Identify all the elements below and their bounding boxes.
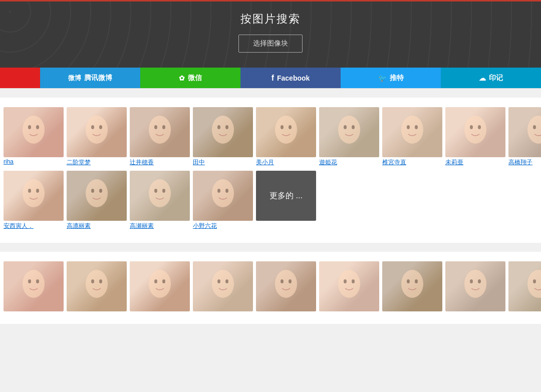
svg-point-62: [478, 279, 481, 283]
svg-point-38: [225, 189, 228, 193]
gallery-item-label[interactable]: 田中: [193, 158, 253, 167]
gallery-item[interactable]: [193, 261, 253, 311]
svg-point-39: [23, 270, 45, 298]
gallery-item-label[interactable]: riha: [4, 158, 64, 165]
wechat-icon: ✿: [179, 74, 185, 82]
gallery-item-label[interactable]: 美小月: [256, 158, 316, 167]
gallery-item-label[interactable]: 遊姫花: [319, 158, 379, 167]
gallery-item[interactable]: 辻井穂香: [130, 107, 190, 167]
svg-point-6: [149, 116, 171, 144]
weibo-label: 腾讯微博: [84, 74, 112, 83]
svg-point-43: [91, 279, 94, 283]
svg-point-30: [86, 179, 108, 207]
gallery-item-label[interactable]: 小野六花: [193, 222, 253, 230]
gallery-item[interactable]: 二阶堂梦: [67, 107, 127, 167]
gallery-item[interactable]: [4, 261, 64, 311]
svg-point-12: [275, 116, 297, 144]
gallery-item[interactable]: 椎宮寺直: [382, 107, 442, 167]
svg-point-15: [338, 116, 360, 144]
gallery-item[interactable]: [508, 261, 541, 311]
svg-point-20: [415, 125, 418, 129]
gallery-section-2: [0, 252, 541, 324]
gallery-item[interactable]: 未莉亜: [445, 107, 505, 167]
svg-point-28: [28, 189, 31, 193]
hatena-icon: ☁: [479, 74, 486, 82]
gallery-item-label[interactable]: 高橋翔子: [508, 158, 541, 167]
svg-point-49: [217, 279, 220, 283]
svg-point-47: [162, 279, 165, 283]
gallery-item[interactable]: [67, 261, 127, 311]
gallery-item[interactable]: 高漉丽素: [67, 171, 127, 230]
svg-point-3: [86, 116, 108, 144]
svg-point-24: [527, 116, 541, 144]
svg-point-41: [36, 279, 39, 283]
hatena-label: 印记: [489, 74, 503, 83]
svg-point-17: [352, 125, 355, 129]
share-hatena[interactable]: ☁ 印记: [441, 68, 541, 88]
svg-point-19: [407, 125, 410, 129]
svg-point-55: [344, 279, 347, 283]
svg-point-32: [99, 189, 102, 193]
svg-point-64: [533, 279, 536, 283]
svg-point-22: [470, 125, 473, 129]
gallery-item[interactable]: 安西寅人．: [4, 171, 64, 230]
gallery-item[interactable]: [130, 261, 190, 311]
gallery-grid-1: riha 二阶堂梦 辻井穂香 田中: [0, 106, 541, 233]
svg-point-35: [162, 189, 165, 193]
svg-point-42: [86, 270, 108, 298]
svg-point-37: [217, 189, 220, 193]
twitter-label: 推特: [390, 74, 404, 83]
svg-point-13: [281, 125, 284, 129]
svg-point-18: [401, 116, 423, 144]
svg-point-2: [36, 125, 39, 129]
gallery-item[interactable]: 遊姫花: [319, 107, 379, 167]
gallery-grid-2: [0, 260, 541, 314]
share-weibo-red[interactable]: [0, 68, 40, 88]
svg-point-57: [401, 270, 423, 298]
gallery-item-label[interactable]: 安西寅人．: [4, 222, 64, 230]
gallery-item-label[interactable]: 二阶堂梦: [67, 158, 127, 167]
share-bar: 微博 腾讯微博 ✿ 微信 f Facebook 🐦 推特 ☁ 印记: [0, 68, 541, 89]
svg-point-60: [464, 270, 486, 298]
svg-point-23: [478, 125, 481, 129]
gallery-item[interactable]: [382, 261, 442, 311]
svg-point-40: [28, 279, 31, 283]
share-wechat[interactable]: ✿ 微信: [140, 68, 240, 88]
gallery-item[interactable]: 美小月: [256, 107, 316, 167]
select-image-button[interactable]: 选择图像块: [238, 35, 303, 53]
gallery-item[interactable]: 田中: [193, 107, 253, 167]
svg-point-46: [154, 279, 157, 283]
svg-point-16: [344, 125, 347, 129]
svg-point-56: [352, 279, 355, 283]
gallery-item[interactable]: 高瀬丽素: [130, 171, 190, 230]
share-facebook[interactable]: f Facebook: [240, 68, 341, 88]
gallery-item[interactable]: riha: [4, 107, 64, 167]
share-twitter[interactable]: 🐦 推特: [341, 68, 441, 88]
facebook-label: Facebook: [277, 74, 310, 82]
gallery-item[interactable]: 小野六花: [193, 171, 253, 230]
svg-point-21: [464, 116, 486, 144]
share-weibo-blue[interactable]: 微博 腾讯微博: [40, 68, 140, 88]
gallery-item[interactable]: [319, 261, 379, 311]
gallery-item[interactable]: 更多的 ...: [256, 171, 316, 230]
svg-point-8: [162, 125, 165, 129]
gallery-item[interactable]: [256, 261, 316, 311]
gallery-item-label[interactable]: 未莉亜: [445, 158, 505, 167]
more-box[interactable]: 更多的 ...: [256, 171, 316, 221]
svg-point-25: [533, 125, 536, 129]
header-title: 按图片搜索: [0, 12, 541, 27]
gallery-item-label[interactable]: 高漉丽素: [67, 222, 127, 230]
gallery-section-1: riha 二阶堂梦 辻井穂香 田中: [0, 98, 541, 243]
svg-point-7: [154, 125, 157, 129]
gallery-item-label[interactable]: 椎宮寺直: [382, 158, 442, 167]
weibo-icon: 微博: [68, 74, 81, 83]
wechat-label: 微信: [188, 74, 202, 83]
gallery-item[interactable]: 高橋翔子: [508, 107, 541, 167]
svg-point-34: [154, 189, 157, 193]
gallery-item[interactable]: [445, 261, 505, 311]
svg-point-9: [212, 116, 234, 144]
svg-point-27: [23, 179, 45, 207]
gallery-item-label[interactable]: 高瀬丽素: [130, 222, 190, 230]
gallery-item-label[interactable]: 辻井穂香: [130, 158, 190, 167]
svg-point-52: [281, 279, 284, 283]
